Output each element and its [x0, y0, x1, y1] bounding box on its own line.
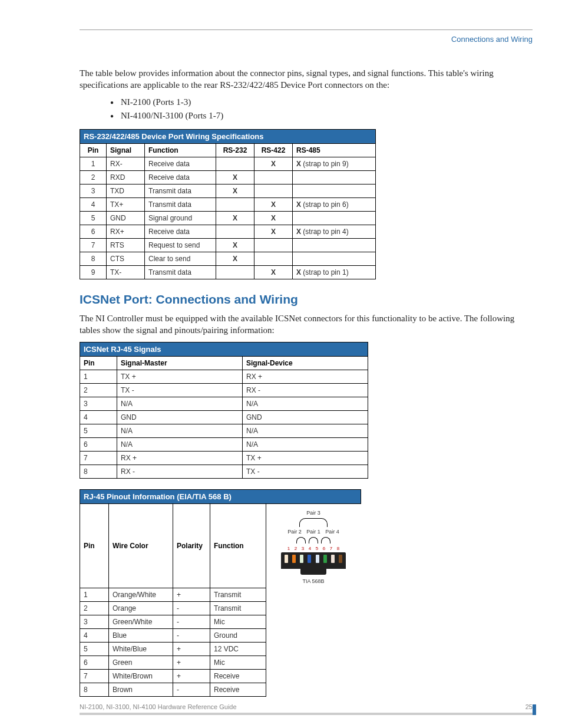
pair-label-top: Pair 3 — [306, 510, 320, 516]
cell-signal-device: TX - — [243, 465, 368, 479]
cell-pin: 3 — [80, 397, 117, 411]
pair1-arc-icon — [309, 537, 318, 543]
rj45-pinout-table: RJ-45 Pinout Information (EIA/TIA 568 B)… — [80, 489, 361, 697]
cell-function: Transmit data — [145, 184, 216, 197]
cell-rs232: X — [216, 184, 254, 197]
cell-pin: 8 — [80, 465, 117, 479]
table-row: 7RTSRequest to sendX — [80, 238, 376, 252]
table-row: 1TX +RX + — [80, 370, 368, 384]
contact-2 — [292, 555, 296, 563]
table-row: 9TX-Transmit dataXX (strap to pin 1) — [80, 265, 376, 279]
cell-signal: RX- — [107, 157, 145, 170]
cell-rs485 — [293, 211, 376, 225]
table-row: 6RX+Receive dataXX (strap to pin 4) — [80, 225, 376, 238]
contact-3 — [300, 555, 303, 563]
cell-wire-color: Green — [109, 655, 173, 669]
cell-pin: 7 — [80, 669, 109, 683]
footer-doc-title: NI-2100, NI-3100, NI-4100 Hardware Refer… — [80, 703, 237, 710]
cell-rs232 — [216, 197, 254, 211]
table-row: 5White/Blue+12 VDC — [80, 642, 361, 655]
pair2-arc-icon — [296, 537, 306, 543]
table-row: 2TX -RX - — [80, 384, 368, 397]
footer-page-number: 25 — [525, 703, 533, 710]
cell-pin: 6 — [80, 225, 107, 238]
cell-polarity: + — [173, 669, 210, 683]
table-row: 2RXDReceive dataX — [80, 170, 376, 184]
pin-num: 5 — [313, 546, 320, 551]
pin-num: 4 — [306, 546, 313, 551]
cell-function: Receive — [210, 669, 266, 683]
cell-signal-device: GND — [243, 411, 368, 424]
table-row: 5GNDSignal groundXX — [80, 211, 376, 225]
cell-rs485: X (strap to pin 6) — [293, 197, 376, 211]
rj45-jack-icon — [281, 552, 346, 569]
contact-8 — [339, 555, 342, 563]
cell-signal-master: N/A — [117, 397, 243, 411]
cell-pin: 5 — [80, 211, 107, 225]
pin-num: 7 — [328, 546, 335, 551]
device-port-wiring-table: RS-232/422/485 Device Port Wiring Specif… — [80, 129, 376, 279]
cell-pin: 4 — [80, 628, 109, 642]
table-row: 8Brown-Receive — [80, 683, 361, 696]
cell-polarity: + — [173, 642, 210, 655]
cell-pin: 6 — [80, 655, 109, 669]
cell-function: Request to send — [145, 238, 216, 252]
table1-hdr-function: Function — [145, 143, 216, 157]
table-row: 1Orange/White+Transmit — [80, 588, 361, 601]
contact-7 — [331, 555, 335, 563]
cell-rs232 — [216, 265, 254, 279]
cell-rs422: X — [254, 157, 293, 170]
pin-num: 6 — [320, 546, 328, 551]
table-row: 3Green/White-Mic — [80, 615, 361, 628]
page-footer: NI-2100, NI-3100, NI-4100 Hardware Refer… — [80, 703, 533, 715]
cell-function: Transmit data — [145, 197, 216, 211]
cell-rs485 — [293, 170, 376, 184]
cell-rs485 — [293, 184, 376, 197]
header-section-title: Connections and Wiring — [80, 35, 533, 44]
cell-polarity: - — [173, 601, 210, 615]
cell-function: Receive — [210, 683, 266, 696]
intro-bullet: NI-4100/NI-3100 (Ports 1-7) — [121, 111, 533, 121]
cell-pin: 5 — [80, 642, 109, 655]
cell-signal: RXD — [107, 170, 145, 184]
table-row: 8RX -TX - — [80, 465, 368, 479]
cell-function: Ground — [210, 628, 266, 642]
contact-5 — [316, 555, 319, 563]
table-row: 7White/Brown+Receive — [80, 669, 361, 683]
rj45-diagram: Pair 3 Pair 2 Pair 1 Pair 4 12345678 — [266, 504, 361, 588]
table-row: 4TX+Transmit dataXX (strap to pin 6) — [80, 197, 376, 211]
cell-pin: 5 — [80, 424, 117, 438]
icsnet-paragraph: The NI Controller must be equipped with … — [80, 312, 515, 337]
cell-rs232 — [216, 157, 254, 170]
cell-signal-master: GND — [117, 411, 243, 424]
intro-bullet-list: NI-2100 (Ports 1-3) NI-4100/NI-3100 (Por… — [80, 97, 533, 121]
cell-rs485: X (strap to pin 9) — [293, 157, 376, 170]
cell-function: Transmit — [210, 601, 266, 615]
cell-signal-master: RX + — [117, 452, 243, 465]
cell-pin: 1 — [80, 588, 109, 601]
cell-pin: 4 — [80, 411, 117, 424]
cell-pin: 3 — [80, 615, 109, 628]
cell-pin: 2 — [80, 601, 109, 615]
table3-hdr-pin: Pin — [80, 504, 109, 588]
cell-rs485: X (strap to pin 4) — [293, 225, 376, 238]
cell-rs485 — [293, 238, 376, 252]
icsnet-heading: ICSNet Port: Connections and Wiring — [80, 292, 533, 307]
cell-rs422: X — [254, 225, 293, 238]
cell-pin: 9 — [80, 265, 107, 279]
cell-wire-color: Brown — [109, 683, 173, 696]
table3-hdr-function: Function — [210, 504, 266, 588]
icsnet-signals-table: ICSNet RJ-45 Signals Pin Signal-Master S… — [80, 342, 368, 479]
table2-title: ICSNet RJ-45 Signals — [80, 342, 368, 357]
cell-rs485 — [293, 252, 376, 265]
table2-hdr-pin: Pin — [80, 357, 117, 370]
cell-rs422: X — [254, 197, 293, 211]
cell-signal-master: TX - — [117, 384, 243, 397]
cell-signal-device: RX + — [243, 370, 368, 384]
pin-num: 1 — [285, 546, 292, 551]
cell-pin: 8 — [80, 252, 107, 265]
table1-hdr-signal: Signal — [107, 143, 145, 157]
table-row: 7RX +TX + — [80, 452, 368, 465]
cell-function: Transmit data — [145, 265, 216, 279]
cell-signal: TXD — [107, 184, 145, 197]
